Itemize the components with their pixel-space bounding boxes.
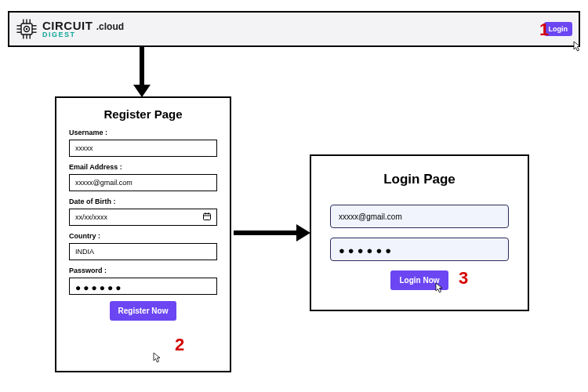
email-field[interactable] — [69, 174, 217, 191]
annotation-1: 1 — [539, 20, 549, 40]
register-now-button[interactable]: Register Now — [110, 301, 177, 321]
cursor-icon — [153, 352, 162, 363]
username-label: Username : — [69, 129, 217, 136]
brand-subtitle: DIGEST — [42, 31, 124, 38]
cursor-icon — [435, 282, 445, 293]
chip-icon — [16, 18, 38, 40]
header-bar: CIRCUIT .cloud DIGEST Login — [8, 11, 580, 47]
arrow-to-login — [234, 230, 310, 236]
login-email-field[interactable] — [330, 205, 509, 228]
svg-marker-15 — [133, 85, 151, 97]
register-card: Register Page Username : Email Address :… — [55, 96, 231, 372]
country-label: Country : — [69, 232, 217, 240]
dob-label: Date of Birth : — [69, 198, 217, 205]
brand-suffix: .cloud — [96, 21, 124, 32]
login-card: Login Page ●●●●●● Login Now — [310, 154, 529, 311]
svg-marker-20 — [296, 224, 310, 241]
logo: CIRCUIT .cloud DIGEST — [16, 18, 124, 40]
annotation-2: 2 — [175, 335, 184, 355]
login-password-value: ●●●●●● — [339, 245, 394, 256]
email-label: Email Address : — [69, 163, 217, 171]
dob-field[interactable]: xx/xx/xxxx — [69, 209, 217, 226]
cursor-icon — [573, 41, 583, 52]
svg-point-2 — [26, 28, 28, 31]
country-field[interactable] — [69, 243, 217, 260]
password-label: Password : — [69, 267, 217, 274]
password-field[interactable]: ●●●●●● — [69, 278, 217, 295]
login-title: Login Page — [330, 172, 509, 187]
dob-value: xx/xx/xxxx — [75, 213, 107, 221]
register-title: Register Page — [69, 107, 217, 121]
annotation-3: 3 — [459, 268, 468, 289]
login-password-field[interactable]: ●●●●●● — [330, 238, 509, 261]
password-value: ●●●●●● — [75, 282, 124, 293]
calendar-icon — [203, 212, 211, 222]
username-field[interactable] — [69, 140, 217, 157]
svg-rect-16 — [204, 214, 211, 220]
brand-text: CIRCUIT .cloud DIGEST — [42, 20, 124, 38]
arrow-to-register — [139, 47, 145, 96]
